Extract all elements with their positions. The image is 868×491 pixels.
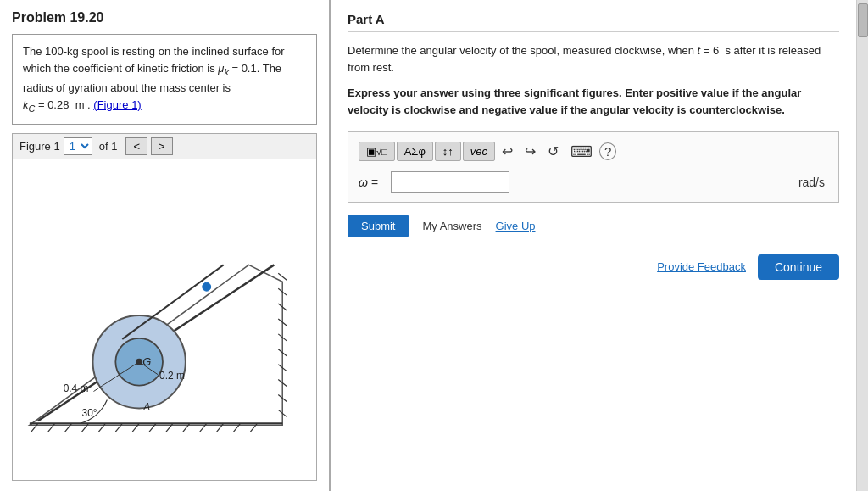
svg-text:0.2 m: 0.2 m [159,370,185,382]
figure-of: of 1 [99,140,118,153]
toolbar-matrix-btn[interactable]: ▣√□ [359,142,395,161]
problem-description: The 100-kg spool is resting on the incli… [12,34,317,125]
toolbar: ▣√□ ΑΣφ ↕↑ vec ↩ ↪ ↺ ⌨ ? [359,141,828,163]
provide-feedback-link[interactable]: Provide Feedback [657,260,746,273]
figure-link[interactable]: (Figure 1) [93,98,141,111]
toolbar-vec-btn[interactable]: vec [463,142,495,161]
figure-prev-button[interactable]: < [125,137,147,155]
help-icon[interactable]: ? [599,142,616,160]
figure-nav: Figure 1 1 of 1 < > [12,133,317,159]
figure-image: G 0.4 m 0.2 m A 30° [13,159,316,480]
part-instruction: Express your answer using three signific… [348,85,839,119]
answer-label: ω = [359,176,384,189]
action-row: Submit My Answers Give Up [348,215,839,237]
answer-unit: rad/s [798,176,828,189]
part-title: Part A [348,12,839,32]
svg-line-17 [278,273,287,280]
description-text: The 100-kg spool is resting on the incli… [23,45,285,111]
give-up-link[interactable]: Give Up [496,220,536,232]
part-question: Determine the angular velocity of the sp… [348,42,839,76]
toolbar-arrows-btn[interactable]: ↕↑ [435,142,461,161]
figure-box: G 0.4 m 0.2 m A 30° [12,159,317,481]
bottom-row: Provide Feedback Continue [348,254,839,280]
my-answers-label: My Answers [422,220,481,232]
svg-point-38 [203,282,211,291]
svg-text:0.4 m: 0.4 m [64,382,89,394]
figure-label: Figure 1 [19,140,60,153]
answer-input[interactable] [391,171,509,193]
svg-text:30°: 30° [82,407,97,419]
answer-area: ▣√□ ΑΣφ ↕↑ vec ↩ ↪ ↺ ⌨ ? ω = rad/s [348,131,839,203]
refresh-icon[interactable]: ↺ [542,142,564,161]
problem-title: Problem 19.20 [12,10,317,25]
toolbar-symbol-btn[interactable]: ΑΣφ [397,142,433,161]
answer-row: ω = rad/s [359,171,828,193]
redo-icon[interactable]: ↪ [520,142,541,161]
svg-text:A: A [142,401,150,413]
scrollbar-thumb[interactable] [858,3,868,37]
svg-line-31 [122,265,223,339]
continue-button[interactable]: Continue [758,254,839,280]
scrollbar-track[interactable] [856,0,868,491]
left-panel: Problem 19.20 The 100-kg spool is restin… [0,0,331,491]
submit-button[interactable]: Submit [348,215,409,237]
figure-select[interactable]: 1 [64,137,92,155]
figure-next-button[interactable]: > [151,137,173,155]
undo-icon[interactable]: ↩ [497,142,518,161]
keyboard-icon[interactable]: ⌨ [565,141,598,163]
svg-text:G: G [142,355,151,368]
right-panel: Part A Determine the angular velocity of… [331,0,856,491]
mu-k: μk = 0.1 [218,62,256,75]
